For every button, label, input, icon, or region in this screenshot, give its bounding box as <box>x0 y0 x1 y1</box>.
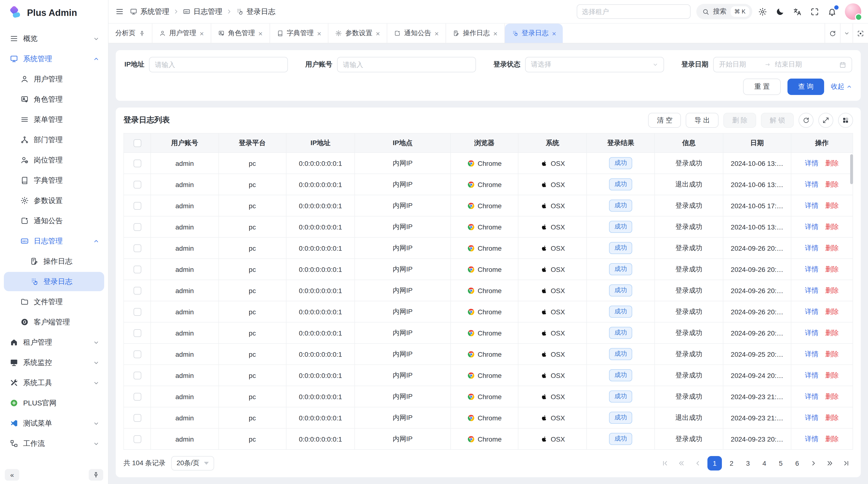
sidebar-item-role-mgmt[interactable]: 角色管理 <box>4 90 104 109</box>
detail-link[interactable]: 详情 <box>805 201 818 209</box>
sidebar-item-overview[interactable]: 概览 <box>4 29 104 48</box>
tab-menu-chevron-button[interactable] <box>840 24 852 43</box>
detail-link[interactable]: 详情 <box>805 392 818 400</box>
sidebar-item-menu-mgmt[interactable]: 菜单管理 <box>4 110 104 129</box>
detail-link[interactable]: 详情 <box>805 180 818 188</box>
column-settings-button[interactable] <box>838 113 853 128</box>
tab-login-log[interactable]: 登录日志× <box>505 24 563 43</box>
page-button-5[interactable]: 5 <box>774 456 787 471</box>
detail-link[interactable]: 详情 <box>805 286 818 294</box>
sidebar-pin-button[interactable] <box>89 469 103 481</box>
tab-user-mgmt[interactable]: 用户管理× <box>152 24 211 43</box>
delete-link[interactable]: 删除 <box>825 371 839 379</box>
row-checkbox[interactable] <box>133 181 141 189</box>
reset-button[interactable]: 重 置 <box>743 78 781 95</box>
breadcrumb-item[interactable]: 系统管理 <box>130 7 169 16</box>
detail-link[interactable]: 详情 <box>805 413 818 421</box>
avatar[interactable] <box>845 3 861 20</box>
expand-button[interactable] <box>818 113 833 128</box>
row-checkbox[interactable] <box>133 160 141 167</box>
delete-link[interactable]: 删除 <box>825 201 839 209</box>
sidebar-item-sys-tools[interactable]: 系统工具 <box>4 373 104 392</box>
clear-button[interactable]: 清 空 <box>648 113 681 128</box>
last-page-button[interactable] <box>840 456 853 471</box>
tab-close-icon[interactable]: × <box>258 30 263 37</box>
bell-icon[interactable] <box>828 7 837 16</box>
detail-link[interactable]: 详情 <box>805 307 818 315</box>
detail-link[interactable]: 详情 <box>805 328 818 336</box>
global-search-button[interactable]: 搜索 ⌘ K <box>696 4 752 19</box>
delete-link[interactable]: 删除 <box>825 265 839 272</box>
delete-link[interactable]: 删除 <box>825 180 839 188</box>
tab-close-icon[interactable]: × <box>376 30 380 37</box>
tab-dict-mgmt[interactable]: 字典管理× <box>270 24 329 43</box>
row-checkbox[interactable] <box>133 435 141 443</box>
sidebar-item-post-mgmt[interactable]: 岗位管理 <box>4 151 104 170</box>
row-checkbox[interactable] <box>133 308 141 316</box>
delete-link[interactable]: 删除 <box>825 159 839 167</box>
tab-refresh-button[interactable] <box>825 24 840 43</box>
page-size-select[interactable]: 20条/页 <box>171 456 214 471</box>
delete-link[interactable]: 删除 <box>825 328 839 336</box>
tab-close-icon[interactable]: × <box>434 30 439 37</box>
jump-forward-button[interactable] <box>823 456 837 471</box>
delete-link[interactable]: 删除 <box>825 223 839 230</box>
prev-page-button[interactable] <box>691 456 705 471</box>
tab-op-log[interactable]: 操作日志× <box>446 24 505 43</box>
refresh-button[interactable] <box>799 113 813 128</box>
sidebar-item-dict-mgmt[interactable]: 字典管理 <box>4 171 104 190</box>
tab-notice[interactable]: 通知公告× <box>387 24 446 43</box>
gear-icon[interactable] <box>758 7 767 16</box>
detail-link[interactable]: 详情 <box>805 159 818 167</box>
table-scrollbar-thumb[interactable] <box>850 154 853 184</box>
sidebar-item-system-mgmt[interactable]: 系统管理 <box>4 49 104 68</box>
ip-input[interactable] <box>149 57 288 72</box>
tab-close-icon[interactable]: × <box>552 30 556 37</box>
sidebar-item-workflow[interactable]: 工作流 <box>4 434 104 453</box>
delete-link[interactable]: 删除 <box>825 350 839 357</box>
tab-close-icon[interactable]: × <box>199 30 204 37</box>
page-button-3[interactable]: 3 <box>741 456 755 471</box>
sidebar-item-notice[interactable]: 通知公告 <box>4 211 104 230</box>
sidebar-item-test-menu[interactable]: 测试菜单 <box>4 414 104 433</box>
row-checkbox[interactable] <box>133 393 141 400</box>
row-checkbox[interactable] <box>133 202 141 210</box>
sidebar-item-file-mgmt[interactable]: 文件管理 <box>4 292 104 312</box>
next-page-button[interactable] <box>807 456 820 471</box>
tenant-select-input[interactable] <box>577 4 690 19</box>
jump-back-button[interactable] <box>675 456 688 471</box>
delete-link[interactable]: 删除 <box>825 413 839 421</box>
row-checkbox[interactable] <box>133 329 141 337</box>
page-button-1[interactable]: 1 <box>707 456 722 471</box>
tab-role-mgmt[interactable]: 角色管理× <box>211 24 270 43</box>
date-range-picker[interactable]: 开始日期 结束日期 <box>713 57 852 72</box>
sidebar-item-op-log[interactable]: 操作日志 <box>4 252 104 271</box>
sidebar-item-login-log[interactable]: 登录日志 <box>4 272 104 291</box>
sidebar-item-tenant-mgmt[interactable]: 租户管理 <box>4 333 104 352</box>
row-checkbox[interactable] <box>133 287 141 295</box>
sidebar-item-dept-mgmt[interactable]: 部门管理 <box>4 130 104 150</box>
detail-link[interactable]: 详情 <box>805 350 818 357</box>
page-button-2[interactable]: 2 <box>725 456 738 471</box>
delete-link[interactable]: 删除 <box>825 307 839 315</box>
breadcrumb-item[interactable]: 登录日志 <box>236 7 275 16</box>
status-select[interactable]: 请选择 <box>525 57 664 72</box>
unlock-button[interactable]: 解 锁 <box>761 113 794 128</box>
delete-link[interactable]: 删除 <box>825 244 839 251</box>
export-button[interactable]: 导 出 <box>686 113 719 128</box>
page-button-6[interactable]: 6 <box>790 456 804 471</box>
account-input[interactable] <box>337 57 476 72</box>
row-checkbox[interactable] <box>133 245 141 252</box>
sidebar-item-client-mgmt[interactable]: 客户端管理 <box>4 312 104 332</box>
translate-icon[interactable] <box>793 7 802 16</box>
fullscreen-icon[interactable] <box>810 7 819 16</box>
row-checkbox[interactable] <box>133 372 141 379</box>
row-checkbox[interactable] <box>133 266 141 273</box>
detail-link[interactable]: 详情 <box>805 265 818 272</box>
tab-close-icon[interactable]: × <box>317 30 321 37</box>
delete-link[interactable]: 删除 <box>825 392 839 400</box>
query-button[interactable]: 查 询 <box>787 78 824 95</box>
delete-link[interactable]: 删除 <box>825 286 839 294</box>
row-checkbox[interactable] <box>133 414 141 422</box>
row-checkbox[interactable] <box>133 223 141 231</box>
